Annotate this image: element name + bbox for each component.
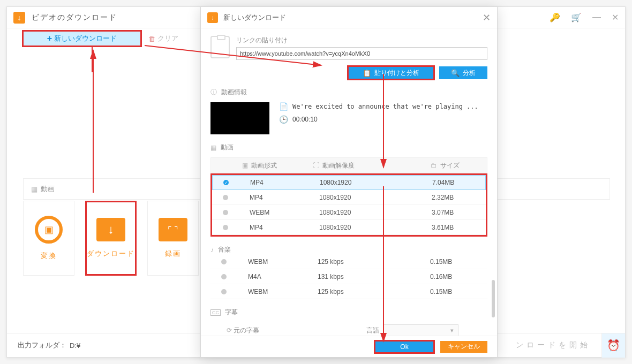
video-info-header: 動画情報 [210,88,487,97]
audio-format-list: WEBM125 kbps0.15MBM4A131 kbps0.16MBWEBM1… [210,254,487,299]
mode-tiles: 変換 ダウンロード 録画 [23,201,199,276]
format-row[interactable]: WEBM1080x19203.07MB [212,205,486,220]
size-cell: 0.15MB [409,288,487,295]
col-resolution: 動画解像度 [322,161,355,170]
analyze-label: 分析 [463,69,476,78]
new-download-button[interactable]: + 新しいダウンロード [23,31,141,46]
url-input[interactable] [236,47,487,60]
output-folder-label: 出力フォルダ： [18,340,66,350]
doc-icon: 📄 [279,102,288,111]
size-cell: 2.32MB [410,194,486,201]
format-cell: MP4 [239,224,314,231]
size-cell: 3.61MB [410,224,486,231]
format-row[interactable]: M4A131 kbps0.16MB [210,269,487,284]
format-icon: ▣ [242,162,248,169]
new-download-label: 新しいダウンロード [54,34,117,43]
video-section-header: 動画 [210,143,487,152]
dialog-logo-icon: ↓ [207,12,218,23]
size-cell: 7.04MB [411,179,485,186]
radio-icon [221,274,227,279]
format-cell: MP4 [239,194,314,201]
radio-icon [221,289,227,294]
resolution-icon: ⛶ [313,162,319,169]
resolution-cell: 1080x1920 [314,194,410,201]
size-cell: 0.16MB [409,273,487,280]
format-cell: WEBM [237,288,312,295]
minimize-icon[interactable]: — [592,12,601,22]
format-row[interactable]: MP41080x19207.04MB [212,175,486,190]
size-cell: 0.15MB [409,258,487,266]
ok-button[interactable]: Ok [375,341,434,353]
video-thumbnail [210,102,269,134]
original-subtitle-label: 元の字幕 [234,327,259,334]
radio-icon [223,225,228,230]
format-cell: WEBM [239,209,314,216]
music-section-header: 音楽 [210,245,487,254]
dialog-title: 新しいダウンロード [223,13,286,22]
alarm-icon[interactable]: ⏰ [601,333,625,358]
radio-icon [223,210,228,215]
size-icon: 🗀 [431,162,437,169]
scrollbar[interactable] [492,280,495,317]
paste-analyze-label: 貼り付けと分析 [374,69,419,78]
language-select[interactable]: ▾ [383,324,458,336]
key-icon[interactable]: 🔑 [550,12,560,22]
subtitle-section-header: 字幕 [210,308,487,317]
radio-icon [223,195,228,200]
video-title: We're excited to announce that we're pla… [292,103,478,110]
tile-convert[interactable]: 変換 [23,201,74,276]
tile-convert-label: 変換 [41,251,57,261]
format-row[interactable]: MP41080x19202.32MB [212,190,486,205]
convert-icon [35,216,63,244]
col-format: 動画形式 [251,161,277,170]
output-folder-path[interactable]: D:¥ [70,342,80,350]
main-title: ビデオのダウンロード [32,13,117,22]
dialog-body: リンクの貼り付け 貼り付けと分析 分析 動画情報 📄We're excited … [201,28,497,336]
chevron-down-icon: ▾ [450,327,454,334]
plus-icon: + [47,34,52,43]
record-icon [159,218,187,241]
dialog-close-icon[interactable]: ✕ [483,12,491,24]
format-row[interactable]: WEBM125 kbps0.15MB [210,284,487,299]
clear-label: クリア [157,34,178,43]
clock-icon: 🕒 [279,115,288,124]
cart-icon[interactable]: 🛒 [571,12,582,22]
video-duration: 00:00:10 [292,116,318,123]
refresh-icon: ⟳ [227,327,234,334]
format-cell: M4A [237,273,312,280]
resolution-cell: 1080x1920 [314,179,411,186]
category-label: 動画 [41,184,55,194]
tile-record-label: 録画 [165,249,181,259]
radio-icon [221,259,227,264]
app-logo-icon [13,12,25,24]
new-download-dialog: ↓ 新しいダウンロード ✕ リンクの貼り付け 貼り付けと分析 分析 動画情報 [200,6,498,358]
paste-and-analyze-button[interactable]: 貼り付けと分析 [348,66,434,79]
tile-download[interactable]: ダウンロード [85,201,137,276]
clear-button[interactable]: クリア [148,34,178,43]
radio-icon [223,180,229,185]
close-icon[interactable]: ✕ [612,12,619,22]
tile-download-label: ダウンロード [87,249,135,259]
clipboard-icon [210,36,230,58]
cancel-button[interactable]: キャンセル [440,341,487,353]
resolution-cell: 1080x1920 [314,224,410,231]
resolution-cell: 125 kbps [312,288,409,295]
dialog-footer: Ok キャンセル [201,336,497,357]
download-icon [96,218,125,241]
start-download-label: ンロードを開始 [516,340,591,350]
resolution-cell: 1080x1920 [314,209,410,216]
columns-header: ▣動画形式 ⛶動画解像度 🗀サイズ [210,157,487,173]
video-format-list: MP41080x19207.04MBMP41080x19202.32MBWEBM… [210,173,487,237]
tile-record[interactable]: 録画 [147,201,199,276]
language-label: 言語 [366,326,379,335]
col-size: サイズ [440,161,460,170]
format-cell: WEBM [237,258,312,266]
format-cell: MP4 [239,179,314,186]
resolution-cell: 131 kbps [312,273,409,280]
size-cell: 3.07MB [410,209,486,216]
dialog-titlebar: ↓ 新しいダウンロード ✕ [201,7,497,28]
analyze-button[interactable]: 分析 [439,66,487,79]
format-row[interactable]: MP41080x19203.61MB [212,220,486,235]
format-row[interactable]: WEBM125 kbps0.15MB [210,254,487,269]
paste-link-label: リンクの貼り付け [236,36,487,45]
